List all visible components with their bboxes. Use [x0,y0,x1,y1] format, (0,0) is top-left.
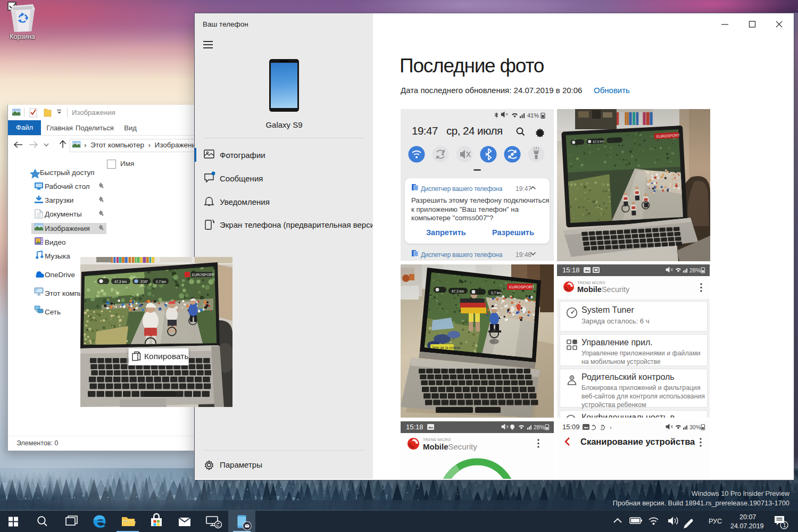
svg-text:30%: 30% [689,424,701,430]
svg-text:20:07: 20:07 [739,513,756,521]
svg-text:1: 1 [783,522,786,528]
svg-text:28%: 28% [689,267,701,273]
svg-text:24.07.2019: 24.07.2019 [730,522,764,530]
svg-text:6: 6 [601,426,603,429]
svg-text:6: 6 [610,426,612,429]
svg-text:РУС: РУС [709,518,722,525]
svg-text:28%: 28% [534,424,545,430]
svg-text:41%: 41% [527,112,539,119]
svg-text:47,3 km: 47,3 km [114,280,127,284]
svg-text:3'35": 3'35" [140,280,148,284]
svg-text:EUROSPORT: EUROSPORT [192,273,214,277]
svg-text:0,7 km: 0,7 km [156,280,167,284]
